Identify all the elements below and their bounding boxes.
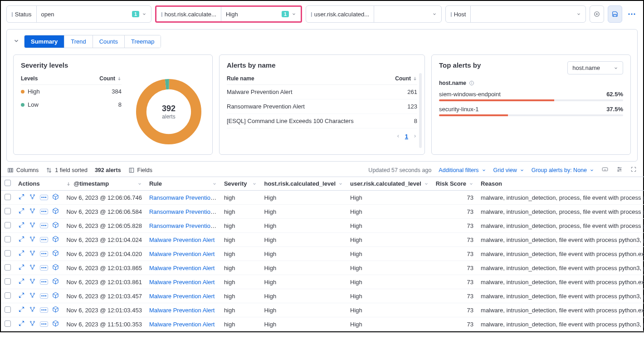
filter-host[interactable]: ||Host (445, 5, 586, 23)
table-row[interactable]: ••• Nov 6, 2023 @ 12:01:03.865Malware Pr… (1, 261, 644, 275)
analyze-icon[interactable] (29, 278, 36, 286)
table-row[interactable]: ••• Nov 6, 2023 @ 12:01:03.861Malware Pr… (1, 275, 644, 289)
rule-link[interactable]: Malware Prevention Alert (149, 321, 215, 328)
tab-trend[interactable]: Trend (64, 35, 92, 48)
table-row[interactable]: ••• Nov 6, 2023 @ 12:01:03.457Malware Pr… (1, 289, 644, 303)
th-reason[interactable]: Reason (477, 177, 644, 191)
session-icon[interactable]: ••• (40, 279, 48, 285)
analyze-icon[interactable] (29, 193, 36, 202)
analyze-icon[interactable] (29, 320, 36, 328)
th-user-risk[interactable]: user.risk.calculated_level (346, 177, 432, 191)
rule-link[interactable]: Malware Prevention Alert (149, 251, 215, 257)
cube-icon[interactable] (52, 278, 59, 286)
tab-counts[interactable]: Counts (93, 35, 124, 48)
session-icon[interactable]: ••• (40, 307, 48, 313)
row-checkbox[interactable] (5, 194, 11, 200)
row-checkbox[interactable] (5, 320, 11, 327)
session-icon[interactable]: ••• (40, 195, 48, 200)
expand-icon[interactable] (18, 207, 25, 216)
session-icon[interactable]: ••• (40, 209, 48, 214)
expand-icon[interactable] (18, 193, 25, 202)
collapse-toggle[interactable] (13, 38, 20, 45)
grid-view-button[interactable]: Grid view (493, 167, 524, 173)
th-timestamp[interactable]: @timestamp (63, 177, 145, 191)
expand-icon[interactable] (18, 292, 25, 300)
select-all-checkbox[interactable] (5, 180, 11, 186)
rule-link[interactable]: Ransomware Prevention Al... (149, 194, 220, 201)
filter-field-label[interactable]: ||user.risk.calculated... (306, 6, 374, 22)
expand-icon[interactable] (18, 278, 25, 286)
row-checkbox[interactable] (5, 278, 11, 285)
group-alerts-button[interactable]: Group alerts by: None (532, 167, 594, 173)
additional-filters-button[interactable]: Additional filters (439, 167, 486, 173)
expand-icon[interactable] (18, 264, 25, 272)
cube-icon[interactable] (52, 292, 59, 300)
fullscreen-icon[interactable] (630, 166, 637, 174)
session-icon[interactable]: ••• (40, 265, 48, 271)
row-checkbox[interactable] (5, 222, 11, 228)
filter-field-label[interactable]: ||host.risk.calculate... (156, 7, 221, 21)
expand-icon[interactable] (18, 306, 25, 314)
tab-summary[interactable]: Summary (24, 35, 64, 48)
topalerts-groupby-select[interactable]: host.name (567, 61, 623, 74)
rule-link[interactable]: Malware Prevention Alert (149, 307, 215, 314)
rule-link[interactable]: Ransomware Prevention Al... (149, 208, 220, 215)
rule-link[interactable]: Malware Prevention Alert (149, 293, 215, 300)
table-row[interactable]: ••• Nov 6, 2023 @ 12:01:04.024Malware Pr… (1, 233, 644, 247)
settings-icon[interactable] (616, 166, 623, 174)
table-row[interactable]: ••• Nov 6, 2023 @ 12:06:06.746Ransomware… (1, 191, 644, 205)
row-checkbox[interactable] (5, 306, 11, 313)
cube-icon[interactable] (52, 207, 59, 216)
drag-handle-icon[interactable]: || (450, 11, 451, 17)
session-icon[interactable]: ••• (40, 251, 48, 256)
expand-icon[interactable] (18, 250, 25, 258)
cube-icon[interactable] (52, 264, 59, 272)
filter-field-label[interactable]: ||Host (446, 6, 471, 22)
filter-value-select[interactable]: open1 (37, 6, 151, 22)
add-filter-button[interactable] (590, 5, 604, 23)
session-icon[interactable]: ••• (40, 223, 48, 228)
more-actions-button[interactable] (626, 5, 638, 23)
byname-row[interactable]: [ESQL] Command Line Exceeds 100 Characte… (227, 114, 417, 128)
cube-icon[interactable] (52, 193, 59, 202)
save-query-button[interactable] (608, 5, 622, 23)
row-checkbox[interactable] (5, 292, 11, 299)
pager-prev[interactable] (396, 133, 400, 140)
table-row[interactable]: ••• Nov 6, 2023 @ 11:51:00.353Malware Pr… (1, 317, 644, 331)
analyze-icon[interactable] (29, 292, 36, 300)
expand-icon[interactable] (18, 320, 25, 328)
cube-icon[interactable] (52, 320, 59, 328)
drag-handle-icon[interactable]: || (311, 11, 312, 17)
expand-icon[interactable] (18, 236, 25, 244)
filter-value-select[interactable]: High1 (221, 7, 301, 21)
byname-row[interactable]: Malware Prevention Alert261 (227, 85, 417, 99)
expand-icon[interactable] (18, 222, 25, 230)
filter-host-risk-calculate-[interactable]: ||host.risk.calculate...High1 (155, 5, 302, 23)
row-checkbox[interactable] (5, 208, 11, 214)
byname-row[interactable]: Ransomware Prevention Alert123 (227, 99, 417, 114)
table-row[interactable]: ••• Nov 6, 2023 @ 12:01:03.453Malware Pr… (1, 303, 644, 317)
th-severity[interactable]: Severity (220, 177, 261, 191)
filter-value-select[interactable] (471, 6, 585, 22)
row-checkbox[interactable] (5, 250, 11, 256)
filter-user-risk-calculated-[interactable]: ||user.risk.calculated... (306, 5, 442, 23)
filter-value-select[interactable] (374, 6, 441, 22)
th-rule[interactable]: Rule (146, 177, 220, 191)
filter-field-label[interactable]: ||Status (7, 6, 37, 22)
row-checkbox[interactable] (5, 264, 11, 271)
drag-handle-icon[interactable]: || (161, 11, 162, 17)
cube-icon[interactable] (52, 250, 59, 258)
pager-next[interactable] (413, 133, 417, 140)
table-row[interactable]: ••• Nov 6, 2023 @ 12:01:04.020Malware Pr… (1, 247, 644, 261)
cube-icon[interactable] (52, 306, 59, 314)
rule-link[interactable]: Malware Prevention Alert (149, 237, 215, 243)
session-icon[interactable]: ••• (40, 293, 48, 299)
analyze-icon[interactable] (29, 250, 36, 258)
analyze-icon[interactable] (29, 222, 36, 230)
top-alert-row[interactable]: siem-windows-endpoint62.5% (439, 91, 623, 101)
pager-current[interactable]: 1 (405, 133, 408, 140)
analyze-icon[interactable] (29, 306, 36, 314)
keyboard-icon[interactable] (601, 166, 609, 174)
severity-count-header[interactable]: Count (99, 75, 122, 82)
sort-button[interactable]: 1 field sorted (46, 167, 88, 173)
